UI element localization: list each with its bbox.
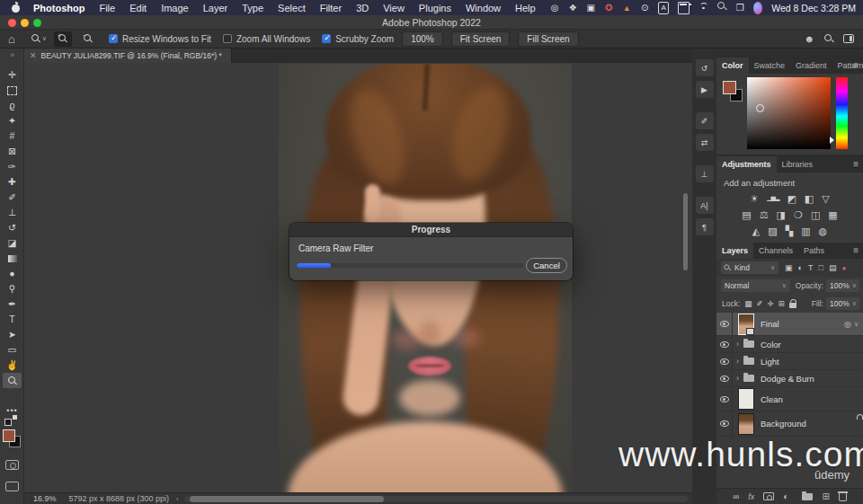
tab-color[interactable]: Color [716,57,749,74]
delete-layer-icon[interactable] [839,493,847,501]
filter-toggle-icon[interactable]: ● [841,264,846,272]
zoom-out-button[interactable]: − [79,31,97,47]
color-picker-marker[interactable] [756,104,764,112]
home-icon[interactable]: ⌂ [8,33,15,45]
color-balance-icon[interactable]: ⚖ [760,210,769,220]
layer-filter-kind-select[interactable]: Kind ∨ [721,261,778,274]
checkbox[interactable] [223,34,232,43]
keyboard-layout-icon[interactable]: A [658,2,669,14]
layer-row-clean[interactable]: Clean [716,387,863,411]
cancel-button[interactable]: Cancel [526,258,567,273]
brushes-panel-icon[interactable]: ⇄ [696,134,714,151]
hue-saturation-icon[interactable]: ▤ [742,210,751,220]
shape-tool[interactable]: ▭ [3,342,22,358]
default-colors-icon[interactable] [4,415,17,426]
lock-paint-icon[interactable]: ✐ [756,299,762,308]
actions-panel-icon[interactable]: ▶ [696,81,714,98]
gradient-tool[interactable] [3,251,22,266]
scrollbar-thumb[interactable] [190,496,384,502]
hue-slider-arrow[interactable] [830,137,834,144]
crop-tool[interactable]: # [3,128,22,144]
workspace-switcher-icon[interactable] [843,34,854,43]
brush-tool[interactable]: ✐ [3,190,22,205]
tab-gradient[interactable]: Gradient [790,57,832,74]
clone-stamp-tool[interactable]: ⊥ [3,205,22,220]
canvas-vertical-scrollbar[interactable] [683,193,688,270]
blend-mode-select[interactable]: Normal∨ [721,279,790,292]
search-icon[interactable] [824,34,833,43]
screen-mode-icon[interactable] [5,482,19,491]
selective-color-icon[interactable]: ◍ [819,226,828,236]
layer-row-background[interactable]: Background [716,411,863,437]
checkbox[interactable] [322,34,331,43]
hue-slider[interactable] [836,77,848,149]
color-lookup-icon[interactable]: ▦ [828,210,837,220]
edit-toolbar-icon[interactable]: ••• [0,406,24,415]
menu-image[interactable]: Image [161,3,189,13]
lock-artboard-icon[interactable]: ⊞ [778,299,785,308]
curves-icon[interactable]: ◩ [787,194,796,204]
siri-icon[interactable] [753,2,762,14]
pen-tool[interactable]: ✒ [3,296,22,312]
exposure-icon[interactable]: ◧ [805,194,814,204]
wifi-icon[interactable] [698,2,708,14]
zoom-tool-dropdown[interactable]: ∨ [31,34,47,43]
menu-layer[interactable]: Layer [203,3,228,13]
zoom-in-button[interactable]: + [54,31,72,47]
checkbox[interactable] [109,34,118,43]
new-group-icon[interactable] [802,493,813,500]
saturation-brightness-field[interactable] [747,77,831,149]
chevron-down-icon[interactable]: ∨ [854,321,859,328]
threshold-icon[interactable]: ▚ [786,226,793,236]
zoom-100-button[interactable]: 100% [402,31,443,47]
character-panel-icon[interactable]: A| [696,197,714,214]
brightness-contrast-icon[interactable]: ☀ [750,194,759,204]
smart-filters-icon[interactable]: ◎ [844,320,851,329]
menu-type[interactable]: Type [242,3,263,13]
status-menu-icon[interactable]: › [176,495,179,503]
layer-style-icon[interactable]: fx [748,492,754,501]
tab-channels[interactable]: Channels [753,243,798,259]
adjustment-layer-icon[interactable]: ◐ [783,491,788,501]
apple-menu-icon[interactable] [11,3,21,13]
display-mirror-icon[interactable]: ❐ [735,2,744,14]
lock-transparency-icon[interactable]: ▦ [744,299,752,308]
menu-plugins[interactable]: Plugins [419,3,451,13]
app-menu[interactable]: Photoshop [33,3,85,13]
dodge-tool[interactable]: ⚲ [3,281,22,296]
quick-selection-tool[interactable]: ✦ [3,113,22,128]
expand-group-icon[interactable]: › [736,340,739,349]
zoom-tool[interactable] [3,373,22,388]
clone-source-panel-icon[interactable]: ⊥ [696,165,714,182]
tab-swatches[interactable]: Swatche [749,57,791,74]
canvas-horizontal-scrollbar[interactable] [184,496,688,502]
quick-mask-icon[interactable] [5,460,19,470]
gradient-map-icon[interactable]: ▥ [801,226,810,236]
menu-select[interactable]: Select [278,3,306,13]
eraser-tool[interactable]: ◪ [3,235,22,251]
new-layer-icon[interactable]: ⊞ [822,491,829,501]
vlc-icon[interactable]: ▲ [622,2,631,14]
channel-mixer-icon[interactable]: ◫ [811,210,820,220]
foreground-color-swatch[interactable] [3,429,15,442]
layer-row-dodge-burn-group[interactable]: › Dodge & Burn [716,370,863,387]
filter-smart-icon[interactable]: ▤ [829,263,837,272]
menu-window[interactable]: Window [466,3,501,13]
fit-screen-button[interactable]: Fit Screen [451,31,511,47]
record-dot-icon[interactable]: ⊙ [640,2,649,14]
panel-menu-icon[interactable]: ≡ [853,245,859,255]
document-tab[interactable]: ✕ BEAUTY JULIA8299.TIF @ 16.9% (Final, R… [24,49,232,63]
layer-thumbnail[interactable] [738,413,754,435]
layer-row-final[interactable]: Final ◎∨ [716,313,863,336]
hand-tool[interactable]: ✌ [3,358,22,373]
link-layers-icon[interactable]: ∞ [733,491,739,501]
black-white-icon[interactable]: ◨ [777,210,786,220]
lock-all-icon[interactable] [789,303,796,308]
menu-3d[interactable]: 3D [356,3,369,13]
filter-type-icon[interactable]: T [808,263,814,272]
brush-settings-panel-icon[interactable]: ✐ [696,112,714,129]
fill-screen-button[interactable]: Fill Screen [518,31,578,47]
panel-menu-icon[interactable]: ≡ [853,159,859,169]
close-tab-icon[interactable]: ✕ [30,51,37,60]
layer-thumbnail[interactable] [738,388,754,410]
